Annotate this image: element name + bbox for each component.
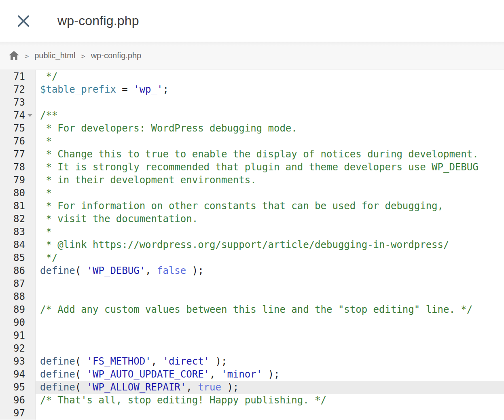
- code-line[interactable]: 95define( 'WP_ALLOW_REPAIR', true );: [0, 381, 504, 394]
- code-text[interactable]: */: [36, 251, 504, 264]
- code-text[interactable]: [36, 290, 504, 303]
- code-line[interactable]: 75 * For developers: WordPress debugging…: [0, 122, 504, 135]
- code-text[interactable]: [36, 342, 504, 355]
- code-line[interactable]: 83 *: [0, 225, 504, 238]
- code-text[interactable]: * It is strongly recommended that plugin…: [36, 161, 504, 174]
- code-line[interactable]: 88: [0, 290, 504, 303]
- line-number: 80: [0, 187, 25, 199]
- gutter: 81: [0, 199, 36, 212]
- gutter: 84: [0, 238, 36, 251]
- code-token-comment: *: [40, 136, 52, 147]
- code-text[interactable]: *: [36, 225, 504, 238]
- code-token-atom: true: [198, 382, 221, 393]
- code-line[interactable]: 97: [0, 407, 504, 420]
- code-line[interactable]: 80 *: [0, 187, 504, 199]
- line-number: 97: [0, 407, 25, 420]
- code-text[interactable]: *: [36, 187, 504, 199]
- fold-arrow-icon[interactable]: [28, 114, 32, 117]
- code-text[interactable]: /* Add any custom values between this li…: [36, 303, 504, 316]
- code-text[interactable]: [36, 316, 504, 329]
- code-token-comment: */: [40, 71, 57, 82]
- code-line[interactable]: 96/* That's all, stop editing! Happy pub…: [0, 394, 504, 407]
- gutter: 96: [0, 394, 36, 407]
- line-number: 87: [0, 277, 25, 290]
- line-number: 77: [0, 148, 25, 161]
- code-line[interactable]: 84 * @link https://wordpress.org/support…: [0, 238, 504, 251]
- code-line[interactable]: 76 *: [0, 135, 504, 148]
- code-line[interactable]: 79 * in their development environments.: [0, 174, 504, 187]
- code-editor[interactable]: 71 */72$table_prefix = 'wp_';7374/**75 *…: [0, 70, 504, 420]
- code-text[interactable]: [36, 96, 504, 109]
- code-text[interactable]: define( 'WP_ALLOW_REPAIR', true );: [36, 381, 504, 394]
- code-line[interactable]: 92: [0, 342, 504, 355]
- code-line[interactable]: 85 */: [0, 251, 504, 264]
- gutter: 75: [0, 122, 36, 135]
- gutter: 76: [0, 135, 36, 148]
- code-text[interactable]: * For developers: WordPress debugging mo…: [36, 122, 504, 135]
- line-number: 76: [0, 135, 25, 148]
- line-number: 93: [0, 355, 25, 368]
- code-text[interactable]: /* That's all, stop editing! Happy publi…: [36, 394, 504, 407]
- gutter: 93: [0, 355, 36, 368]
- line-number: 72: [0, 83, 25, 96]
- code-text[interactable]: $table_prefix = 'wp_';: [36, 83, 504, 96]
- line-number: 75: [0, 122, 25, 135]
- code-line[interactable]: 72$table_prefix = 'wp_';: [0, 83, 504, 96]
- code-token-plain: ,: [145, 265, 157, 276]
- code-token-string: 'minor': [221, 369, 262, 380]
- code-text[interactable]: * Change this to true to enable the disp…: [36, 148, 504, 161]
- close-button[interactable]: [15, 12, 32, 30]
- code-line[interactable]: 90: [0, 316, 504, 329]
- fold-toggle[interactable]: [25, 114, 35, 117]
- code-text[interactable]: /**: [36, 109, 504, 122]
- line-number: 82: [0, 212, 25, 225]
- gutter: 73: [0, 96, 36, 109]
- code-line[interactable]: 81 * For information on other constants …: [0, 199, 504, 212]
- code-text[interactable]: define( 'FS_METHOD', 'direct' );: [36, 355, 504, 368]
- line-number: 90: [0, 316, 25, 329]
- code-line[interactable]: 74/**: [0, 109, 504, 122]
- line-number: 91: [0, 329, 25, 342]
- line-number: 95: [0, 381, 25, 394]
- code-line[interactable]: 89/* Add any custom values between this …: [0, 303, 504, 316]
- code-line[interactable]: 71 */: [0, 70, 504, 83]
- code-text[interactable]: * @link https://wordpress.org/support/ar…: [36, 238, 504, 251]
- code-token-plain: (: [75, 265, 87, 276]
- code-token-comment: * in their development environments.: [40, 174, 256, 186]
- code-line[interactable]: 82 * visit the documentation.: [0, 212, 504, 225]
- code-line[interactable]: 87: [0, 277, 504, 290]
- code-line[interactable]: 93define( 'FS_METHOD', 'direct' );: [0, 355, 504, 368]
- code-token-string: 'WP_AUTO_UPDATE_CORE': [87, 369, 210, 380]
- code-text[interactable]: * visit the documentation.: [36, 212, 504, 225]
- code-line[interactable]: 91: [0, 329, 504, 342]
- code-line[interactable]: 77 * Change this to true to enable the d…: [0, 148, 504, 161]
- code-token-comment: * For developers: WordPress debugging mo…: [40, 123, 297, 134]
- breadcrumb-home[interactable]: [9, 51, 19, 60]
- code-text[interactable]: [36, 277, 504, 290]
- code-token-plain: ;: [163, 84, 168, 95]
- code-token-plain: ,: [186, 382, 198, 393]
- gutter: 72: [0, 83, 36, 96]
- code-token-variable: $table_prefix: [40, 84, 116, 95]
- line-number: 89: [0, 303, 25, 316]
- code-text[interactable]: * in their development environments.: [36, 174, 504, 187]
- gutter: 95: [0, 381, 36, 394]
- code-line[interactable]: 94define( 'WP_AUTO_UPDATE_CORE', 'minor'…: [0, 368, 504, 381]
- code-line[interactable]: 78 * It is strongly recommended that plu…: [0, 161, 504, 174]
- code-text[interactable]: */: [36, 70, 504, 83]
- gutter: 91: [0, 329, 36, 342]
- code-text[interactable]: define( 'WP_DEBUG', false );: [36, 264, 504, 277]
- code-token-plain: (: [75, 356, 87, 367]
- breadcrumb-item-public-html[interactable]: public_html: [34, 51, 75, 60]
- gutter: 77: [0, 148, 36, 161]
- code-text[interactable]: [36, 407, 504, 420]
- code-line[interactable]: 73: [0, 96, 504, 109]
- code-text[interactable]: * For information on other constants tha…: [36, 199, 504, 212]
- line-number: 79: [0, 174, 25, 187]
- code-text[interactable]: [36, 329, 504, 342]
- gutter: 97: [0, 407, 36, 420]
- code-line[interactable]: 86define( 'WP_DEBUG', false );: [0, 264, 504, 277]
- code-text[interactable]: define( 'WP_AUTO_UPDATE_CORE', 'minor' )…: [36, 368, 504, 381]
- code-token-plain: ,: [151, 356, 163, 367]
- code-text[interactable]: *: [36, 135, 504, 148]
